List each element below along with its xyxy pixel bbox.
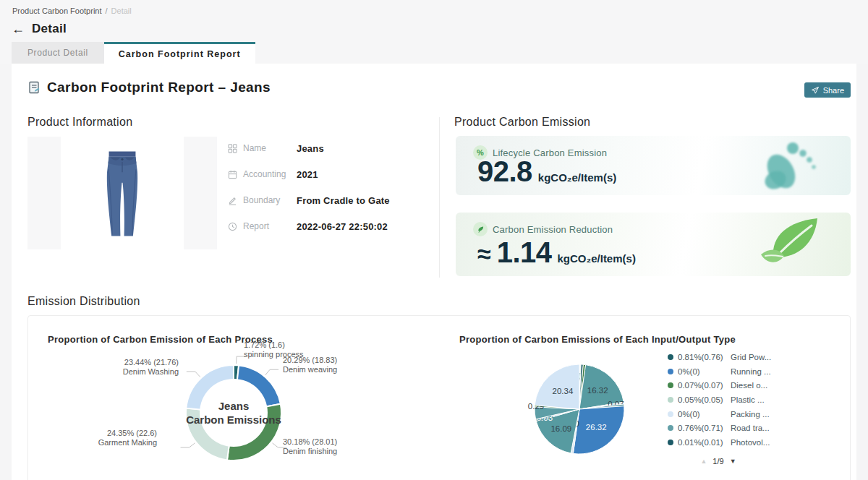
pie-slice-label: 16.32 [587,386,608,395]
legend-item-name: Plastic ... [731,395,765,404]
legend-item[interactable]: 0.81%(0.76) Grid Pow... [668,350,771,364]
send-icon [811,86,820,95]
reduction-leaf-icon [473,222,488,236]
reduction-unit: kgCO₂e/Item(s) [558,252,636,265]
emission-distribution-heading: Emission Distribution [27,295,140,308]
legend-pagination: ▲ 1/9 ▼ [668,457,769,466]
top-bar: Product Carbon Footprint/Detail ← Detail… [0,0,868,64]
field-value: 2021 [297,169,318,180]
donut-slice-callout: 23.44% (21.76) Denim Washing [123,358,179,377]
callout-name: Denim Washing [123,367,179,377]
callout-value: 30.18% (28.01) [283,437,337,447]
legend-item-name: Packing ... [731,410,770,419]
legend-page-indicator: 1/9 [712,457,723,466]
emission-distribution-panel: Proportion of Carbon Emission of Each Pr… [27,315,851,480]
donut-slice-callout: 24.35% (22.6) Garment Making [98,429,157,447]
legend-color-dot [668,411,673,417]
grid-icon [228,143,238,153]
legend-item[interactable]: 0%(0) Packing ... [668,407,771,421]
legend-item[interactable]: 0.05%(0.05) Plastic ... [668,393,771,407]
breadcrumb-separator: / [106,7,108,15]
breadcrumb: Product Carbon Footprint/Detail [12,7,132,15]
donut-slice-callout: 30.18% (28.01) Denim finishing [283,437,337,456]
pie-slice-label: 26.32 [586,423,607,432]
callout-value: 1.72% (1.6) [244,340,304,350]
legend-item[interactable]: 0%(0) Running ... [668,364,771,379]
pie-slice-label: 16.09 [550,424,571,433]
field-report: Report 2022-06-27 22:50:02 [228,220,438,233]
legend-item[interactable]: 0.76%(0.71) Road tra... [668,421,771,435]
legend-item-value: 0%(0) [678,367,731,376]
legend-color-dot [668,369,673,374]
donut-slice-callout: 20.29% (18.83) Denim weaving [283,356,337,374]
page-header: ← Detail [12,22,67,36]
legend-item[interactable]: 0.07%(0.07) Diesel o... [668,378,771,393]
callout-line [265,369,278,375]
tab-carbon-footprint-report[interactable]: Carbon Footprint Report [104,42,255,64]
legend-item-name: Diesel o... [731,381,767,390]
reduction-approx-sign: ≈ [477,240,491,268]
callout-name: Garment Making [98,438,157,447]
field-name: Name Jeans [228,142,438,155]
donut-center-label: Jeans Carbon Emissions [186,399,281,427]
legend-item-name: Grid Pow... [731,353,771,361]
share-button-label: Share [823,86,844,95]
legend-item-value: 0.07%(0.07) [678,381,731,390]
callout-value: 24.35% (22.6) [98,429,157,438]
pie-chart-canvas[interactable]: 016.320.0726.32016.090.030.2920.34 [440,316,851,480]
lifecycle-emission-card: % Lifecycle Carbon Emission 92.8 kgCO₂e/… [456,136,851,195]
report-document-icon [27,80,41,95]
process-donut-chart[interactable]: Proportion of Carbon Emission of Each Pr… [28,316,440,480]
legend-page-up-icon[interactable]: ▲ [700,458,707,465]
lifecycle-unit: kgCO₂e/Item(s) [538,171,616,184]
field-boundary: Boundary From Cradle to Gate [228,194,438,207]
product-carbon-emission-heading: Product Carbon Emission [454,116,590,129]
leaf-graphic [736,213,838,276]
tab-product-detail[interactable]: Product Detail [12,42,104,64]
field-label: Accounting [243,169,291,179]
product-information-heading: Product Information [27,116,132,129]
field-accounting: Accounting 2021 [228,168,438,181]
breadcrumb-root[interactable]: Product Carbon Footprint [12,7,102,15]
share-button[interactable]: Share [804,82,851,98]
breadcrumb-current: Detail [111,7,132,15]
legend-item-value: 0.01%(0.01) [678,438,731,447]
legend-item-value: 0.76%(0.71) [678,424,731,432]
legend-color-dot [668,382,673,388]
page-title: Detail [32,22,67,36]
back-arrow-icon[interactable]: ← [12,22,25,35]
pie-legend: 0.81%(0.76) Grid Pow... 0%(0) Running ..… [668,350,771,450]
callout-value: 20.29% (18.83) [283,356,337,365]
field-value: 2022-06-27 22:50:02 [297,221,388,232]
pen-icon [228,195,238,205]
field-value: From Cradle to Gate [297,195,390,206]
legend-item-name: Road tra... [731,424,770,432]
field-value: Jeans [297,143,324,154]
tab-bar: Product Detail Carbon Footprint Report [12,42,255,64]
legend-item-value: 0%(0) [678,410,731,419]
legend-item-value: 0.81%(0.76) [678,353,731,361]
column-divider [439,117,440,278]
product-image [27,137,217,249]
report-title-row: Carbon Footprint Report – Jeans [27,80,271,95]
lifecycle-value: 92.8 [477,155,532,188]
field-label: Report [243,221,291,231]
footprint-graphic [744,136,838,195]
report-title: Carbon Footprint Report – Jeans [47,80,271,95]
legend-item-name: Running ... [731,367,771,376]
legend-color-dot [668,397,673,403]
reduction-value: 1.14 [497,236,552,269]
io-type-pie-chart[interactable]: Proportion of Carbon Emissions of Each I… [440,316,851,480]
legend-item-name: Photovol... [731,438,770,447]
donut-chart-canvas[interactable] [28,316,440,480]
callout-line [181,443,195,447]
legend-page-down-icon[interactable]: ▼ [730,458,736,465]
callout-value: 23.44% (21.76) [123,358,179,367]
field-label: Name [243,143,291,153]
jeans-image [61,137,184,249]
legend-color-dot [668,354,673,360]
calendar-icon [228,169,238,179]
legend-item[interactable]: 0.01%(0.01) Photovol... [668,435,771,450]
legend-color-dot [668,440,673,445]
callout-name: Denim finishing [283,447,337,456]
